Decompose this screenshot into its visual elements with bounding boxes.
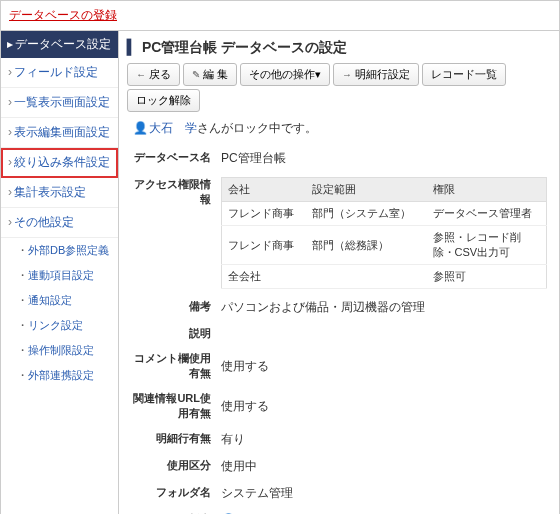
list-button[interactable]: レコード一覧 xyxy=(422,63,506,86)
sidebar-item-3[interactable]: ›絞り込み条件設定 xyxy=(1,148,118,178)
main: ▍PC管理台帳 データベースの設定 ←戻る✎編 集その他の操作▾→明細行設定レコ… xyxy=(119,31,559,514)
row-label-desc: 説明 xyxy=(127,321,217,346)
row-label-access: アクセス権限情報 xyxy=(127,172,217,294)
btn-icon: → xyxy=(342,69,352,80)
sidebar-subitem-3[interactable]: リンク設定 xyxy=(1,313,118,338)
sidebar-item-2[interactable]: ›表示編集画面設定 xyxy=(1,118,118,148)
row-label-updater: 最終更新者 xyxy=(127,507,217,514)
edit-button[interactable]: ✎編 集 xyxy=(183,63,237,86)
arrow-icon: ▸ xyxy=(7,37,13,51)
row-value-desc xyxy=(217,321,551,346)
row-label-detailrow: 明細行有無 xyxy=(127,426,217,453)
btn-icon: ✎ xyxy=(192,69,200,80)
row-label-folder: フォルダ名 xyxy=(127,480,217,507)
row-label-relurl: 関連情報URL使用有無 xyxy=(127,386,217,426)
caret-icon: › xyxy=(8,65,12,79)
row-value-memo: パソコンおよび備品・周辺機器の管理 xyxy=(217,294,551,321)
other-button[interactable]: その他の操作▾ xyxy=(240,63,330,86)
row-value-dbname: PC管理台帳 xyxy=(217,145,551,172)
caret-icon: › xyxy=(8,95,12,109)
row-label-dbname: データベース名 xyxy=(127,145,217,172)
row-label-usage: 使用区分 xyxy=(127,453,217,480)
sidebar-item-5[interactable]: ›その他設定 xyxy=(1,208,118,238)
sidebar-subitem-4[interactable]: 操作制限設定 xyxy=(1,338,118,363)
row-label-comment: コメント欄使用有無 xyxy=(127,346,217,386)
row-value-usage: 使用中 xyxy=(217,453,551,480)
register-db-link[interactable]: データベースの登録 xyxy=(1,1,559,31)
caret-icon: › xyxy=(8,185,12,199)
sidebar-item-0[interactable]: ›フィールド設定 xyxy=(1,58,118,88)
page-title: ▍PC管理台帳 データベースの設定 xyxy=(127,39,551,57)
sidebar: ▸データベース設定 ›フィールド設定›一覧表示画面設定›表示編集画面設定›絞り込… xyxy=(1,31,119,514)
caret-icon: › xyxy=(8,215,12,229)
caret-icon: › xyxy=(8,155,12,169)
btn-icon: ← xyxy=(136,69,146,80)
sidebar-item-1[interactable]: ›一覧表示画面設定 xyxy=(1,88,118,118)
detail-button[interactable]: →明細行設定 xyxy=(333,63,419,86)
row-value-updater: 👤大石 学 xyxy=(217,507,551,514)
row-label-memo: 備考 xyxy=(127,294,217,321)
sidebar-subitem-5[interactable]: 外部連携設定 xyxy=(1,363,118,388)
sidebar-item-4[interactable]: ›集計表示設定 xyxy=(1,178,118,208)
lock-user[interactable]: 大石 学 xyxy=(149,121,197,135)
unlock-button[interactable]: ロック解除 xyxy=(127,89,200,112)
sidebar-subitem-1[interactable]: 連動項目設定 xyxy=(1,263,118,288)
sidebar-subitem-0[interactable]: 外部DB参照定義 xyxy=(1,238,118,263)
person-icon: 👤 xyxy=(133,121,148,135)
row-value-relurl: 使用する xyxy=(217,386,551,426)
sidebar-subitem-2[interactable]: 通知設定 xyxy=(1,288,118,313)
row-value-comment: 使用する xyxy=(217,346,551,386)
caret-icon: › xyxy=(8,125,12,139)
row-value-folder: システム管理 xyxy=(217,480,551,507)
access-table: 会社設定範囲権限フレンド商事部門（システム室）データベース管理者フレンド商事部門… xyxy=(221,177,547,289)
back-button[interactable]: ←戻る xyxy=(127,63,180,86)
sidebar-header: ▸データベース設定 xyxy=(1,31,118,58)
lock-status: 👤大石 学さんがロック中です。 xyxy=(133,120,551,137)
row-value-detailrow: 有り xyxy=(217,426,551,453)
